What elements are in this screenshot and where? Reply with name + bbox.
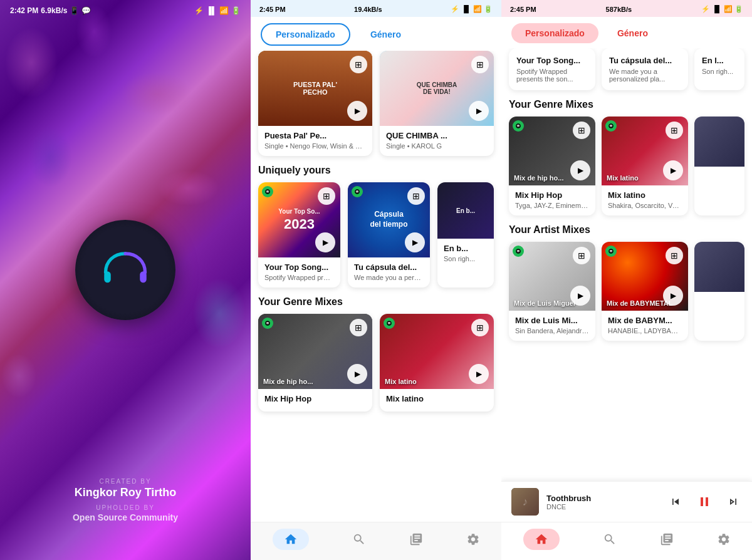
- p3-tab-genero[interactable]: Género: [603, 23, 662, 43]
- nav-search[interactable]: [352, 532, 366, 546]
- topsongs-title: Your Top Song...: [264, 262, 334, 272]
- card-hiphop[interactable]: Mix de hip ho... ⊞ ▶ Mix Hip Hop: [258, 314, 372, 412]
- next-button[interactable]: [724, 493, 742, 511]
- p3-babymetal-artists: HANABIE., LADYBABY and K...: [608, 327, 682, 334]
- hiphop-play-btn[interactable]: ▶: [347, 364, 367, 384]
- nav-home[interactable]: [273, 529, 309, 550]
- p3-card-capsula[interactable]: Tu cápsula del... We made you a personal…: [602, 48, 688, 90]
- p3-tab-personalizado[interactable]: Personalizado: [511, 23, 598, 43]
- prev-button[interactable]: [667, 493, 684, 511]
- p3-genre-title: Your Genre Mixes: [509, 99, 744, 110]
- puesta-add-btn[interactable]: ⊞: [350, 56, 367, 73]
- panel2-spotify: 2:45 PM 19.4kB/s ⚡ ▐▌ 📶 🔋 Personalizado …: [251, 0, 501, 560]
- p3-nav-search[interactable]: [603, 532, 617, 546]
- p3-search-icon: [603, 532, 617, 546]
- p3-hiphop-card[interactable]: Mix de hip ho... ⊞ ▶ Mix Hip Hop Tyga, J…: [509, 117, 595, 215]
- p3-artist3-img: [694, 242, 744, 292]
- p3-latino-info: Mix latino Shakira, Oscarcito, Voz Veis …: [602, 185, 688, 215]
- p3-luis-add[interactable]: ⊞: [573, 247, 590, 264]
- chimba-play-btn[interactable]: ▶: [469, 101, 489, 121]
- p3-status-icons: ⚡ ▐▌ 📶 🔋: [701, 5, 743, 13]
- p3-mix3-img: [694, 117, 744, 167]
- pause-icon: [697, 494, 712, 509]
- settings-icon: [466, 532, 480, 546]
- mini-player[interactable]: ♪ Toothbrush DNCE: [501, 481, 752, 522]
- topsongs-play-btn[interactable]: ▶: [315, 232, 335, 252]
- p3-babymetal-info: Mix de BABYM... HANABIE., LADYBABY and K…: [602, 311, 688, 341]
- panel3-tabs: Personalizado Género: [501, 17, 752, 48]
- tab-personalizado[interactable]: Personalizado: [261, 23, 350, 46]
- topsongs-add-btn[interactable]: ⊞: [318, 187, 335, 205]
- p3-latino-add[interactable]: ⊞: [666, 122, 683, 139]
- card-puesta[interactable]: PUESTA PAL'PECHO ⊞ ▶ Puesta Pal' Pe... S…: [258, 51, 372, 156]
- p3-luis-title: Mix de Luis Mi...: [515, 316, 589, 325]
- genre-mixes-row: Mix de hip ho... ⊞ ▶ Mix Hip Hop: [258, 314, 494, 412]
- p3-time: 2:45 PM: [510, 6, 536, 13]
- sim-icon: 📱: [70, 6, 79, 15]
- p2-time: 2:45 PM: [259, 6, 286, 13]
- p3-luismiguel-card[interactable]: Mix de Luis Miguel ⊞ ▶ Mix de Luis Mi...…: [509, 242, 595, 341]
- panel1-music-app: 2:42 PM 6.9kB/s 📱 💬 ⚡ ▐▌ 📶 🔋 CREATED BY …: [0, 0, 251, 560]
- p3-capsula-sub: We made you a personalized pla...: [609, 68, 681, 83]
- nav-settings[interactable]: [466, 532, 480, 546]
- p3-capsula-title: Tu cápsula del...: [609, 56, 681, 65]
- headphone-svg: [100, 251, 150, 289]
- card-chimba[interactable]: QUE CHIMBADE VIDA! ⊞ ▶ QUE CHIMBA ... Si…: [380, 51, 494, 156]
- spotify-dot-latino: [384, 318, 395, 329]
- p2-status-icons: ⚡ ▐▌ 📶 🔋: [451, 5, 493, 13]
- chimba-add-btn[interactable]: ⊞: [471, 56, 489, 73]
- signal-icon: ▐▌: [206, 6, 217, 15]
- uniquely-yours-row: Your Top So... 2023 ⊞ ▶ Your Top Song...…: [258, 182, 494, 288]
- card-enbu[interactable]: En b... En b... Son righ...: [437, 182, 494, 288]
- latino-add-btn[interactable]: ⊞: [471, 319, 489, 336]
- p3-babymetal-play[interactable]: ▶: [663, 286, 683, 306]
- battery-icon: 🔋: [231, 6, 241, 15]
- p3-artist-mixes-title: Your Artist Mixes: [509, 224, 744, 236]
- hiphop-add-btn[interactable]: ⊞: [350, 319, 367, 336]
- p3-babymetal-add[interactable]: ⊞: [666, 247, 683, 264]
- tab-genero[interactable]: Género: [355, 23, 416, 46]
- p3-latino-card[interactable]: Mix latino ⊞ ▶ Mix latino Shakira, Oscar…: [602, 117, 688, 215]
- hiphop-title: Mix Hip Hop: [264, 394, 366, 403]
- p3-luis-play[interactable]: ▶: [570, 286, 590, 306]
- p3-nav-home[interactable]: [523, 529, 560, 550]
- panel3-spotify-right: 2:45 PM 587kB/s ⚡ ▐▌ 📶 🔋 Personalizado G…: [501, 0, 752, 560]
- p3-latino-play[interactable]: ▶: [663, 160, 683, 180]
- p3-mix3-card[interactable]: [694, 117, 744, 215]
- p3-latino-title: Mix latino: [608, 190, 682, 200]
- p3-enl-title: En l...: [702, 56, 737, 65]
- card-latino[interactable]: Mix latino ⊞ ▶ Mix latino: [380, 314, 494, 412]
- nav-library[interactable]: [409, 532, 423, 546]
- p3-nav-settings[interactable]: [717, 532, 731, 546]
- puesta-play-btn[interactable]: ▶: [347, 101, 367, 121]
- p3-babymetal-card[interactable]: Mix de BABYMETAL ⊞ ▶ Mix de BABYM... HAN…: [602, 242, 688, 341]
- p3-hiphop-add[interactable]: ⊞: [573, 122, 590, 139]
- p3-artist3-card[interactable]: [694, 242, 744, 341]
- network-speed: 6.9kB/s: [41, 6, 67, 15]
- p3-spotify-dot-luis: [513, 246, 524, 257]
- capsula-add-btn[interactable]: ⊞: [407, 187, 425, 205]
- topsongs-info: Your Top Song... Spotify Wrapped present…: [258, 257, 340, 288]
- p3-card-topsong[interactable]: Your Top Song... Spotify Wrapped present…: [509, 48, 595, 90]
- p3-luis-artists: Sin Bandera, Alejandro Sanz a...: [515, 327, 589, 334]
- p3-topsong-sub: Spotify Wrapped presents the son...: [516, 68, 588, 83]
- p3-home-icon: [535, 532, 548, 546]
- latino-play-btn[interactable]: ▶: [469, 364, 489, 384]
- p3-card-enl[interactable]: En l... Son righ...: [694, 48, 744, 90]
- p3-topsong-title: Your Top Song...: [516, 56, 588, 65]
- capsula-title: Tu cápsula del...: [354, 262, 424, 272]
- panel2-content: PUESTA PAL'PECHO ⊞ ▶ Puesta Pal' Pe... S…: [251, 51, 501, 522]
- wifi-icon: 📶: [219, 6, 229, 15]
- search-icon: [352, 532, 366, 546]
- chimba-subtitle: Single • KAROL G: [386, 142, 488, 150]
- card-capsula[interactable]: Cápsuladel tiempo ⊞ ▶ Tu cápsula del... …: [348, 182, 430, 288]
- card-chimba-image: QUE CHIMBADE VIDA! ⊞ ▶: [380, 51, 494, 126]
- card-topsongs[interactable]: Your Top So... 2023 ⊞ ▶ Your Top Song...…: [258, 182, 340, 288]
- capsula-play-btn[interactable]: ▶: [405, 232, 425, 252]
- p3-hiphop-play[interactable]: ▶: [570, 160, 590, 180]
- mini-player-thumb: ♪: [511, 488, 539, 516]
- pause-button[interactable]: [694, 492, 714, 512]
- home-icon: [284, 532, 298, 546]
- p3-nav-library[interactable]: [660, 532, 674, 546]
- p2-network: 19.4kB/s: [354, 6, 382, 13]
